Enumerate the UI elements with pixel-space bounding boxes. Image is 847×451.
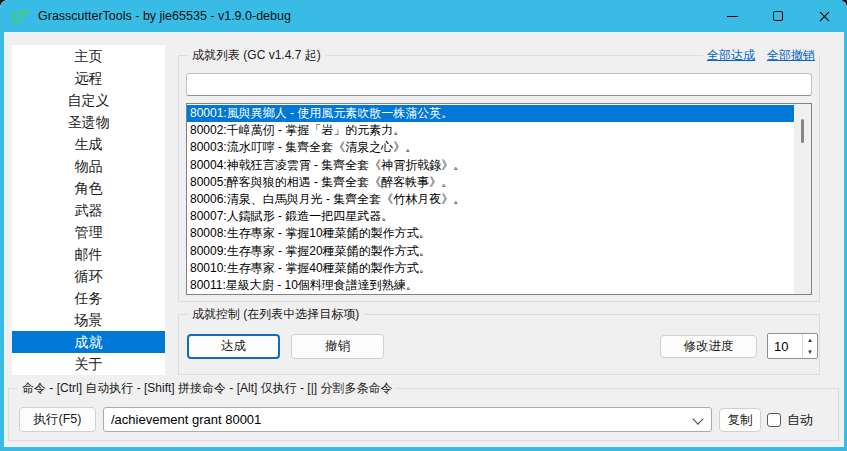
- sidebar-item-quests[interactable]: 任务: [12, 287, 165, 309]
- window-controls: [709, 0, 847, 32]
- achievement-row[interactable]: 80005:醉客與狼的相遇 - 集齊全套《醉客軼事》。: [187, 174, 794, 191]
- titlebar: GrasscutterTools - by jie65535 - v1.9.0-…: [0, 0, 847, 32]
- sidebar-item-remote[interactable]: 远程: [12, 67, 165, 89]
- spinner-arrows: ▲ ▼: [802, 334, 817, 358]
- maximize-icon: [773, 11, 783, 21]
- set-progress-button[interactable]: 修改进度: [660, 335, 757, 358]
- run-command-button[interactable]: 执行(F5): [19, 407, 96, 432]
- command-input[interactable]: [104, 408, 685, 431]
- complete-all-link[interactable]: 全部达成: [707, 47, 755, 63]
- command-group-title: 命令 - [Ctrl] 自动执行 - [Shift] 拼接命令 - [Alt] …: [17, 380, 397, 396]
- auto-checkbox[interactable]: [767, 413, 781, 427]
- sidebar-item-about[interactable]: 关于: [12, 353, 165, 375]
- revoke-all-link[interactable]: 全部撤销: [767, 47, 815, 63]
- minimize-icon: [727, 16, 738, 17]
- achievement-search-input[interactable]: [186, 73, 812, 96]
- sidebar-item-avatars[interactable]: 角色: [12, 177, 165, 199]
- sidebar-item-custom[interactable]: 自定义: [12, 89, 165, 111]
- achievement-row[interactable]: 80011:星級大廚 - 10個料理食譜達到熟練。: [187, 277, 794, 294]
- close-icon: [818, 10, 831, 23]
- app-icon: [10, 7, 30, 25]
- progress-spinner: ▲ ▼: [767, 333, 818, 359]
- sidebar-item-weapons[interactable]: 武器: [12, 199, 165, 221]
- achievement-list-group-title: 成就列表 (GC v1.4.7 起): [187, 47, 326, 63]
- achievement-row[interactable]: 80006:清泉、白馬與月光 - 集齊全套《竹林月夜》。: [187, 191, 794, 208]
- achievement-row[interactable]: 80010:生存專家 - 掌握40種菜餚的製作方式。: [187, 260, 794, 277]
- achievement-row[interactable]: 80008:生存專家 - 掌握10種菜餚的製作方式。: [187, 225, 794, 242]
- achievement-row[interactable]: 80001:風與異鄉人 - 使用風元素吹散一株蒲公英。: [187, 105, 794, 122]
- achieve-button[interactable]: 达成: [187, 334, 280, 359]
- sidebar-item-management[interactable]: 管理: [12, 221, 165, 243]
- achievement-rows: 80001:風與異鄉人 - 使用風元素吹散一株蒲公英。 80002:千嶂萬仞 -…: [187, 105, 794, 294]
- achievement-list-links: 全部达成 全部撤销: [703, 47, 819, 63]
- auto-checkbox-label: 自动: [787, 411, 813, 429]
- achievement-list-groupbox: 成就列表 (GC v1.4.7 起) 全部达成 全部撤销 80001:風與異鄉人…: [178, 55, 820, 302]
- app-window: GrasscutterTools - by jie65535 - v1.9.0-…: [0, 0, 847, 451]
- sidebar-item-home[interactable]: 主页: [12, 45, 165, 67]
- achievement-control-groupbox: 成就控制 (在列表中选择目标项) 达成 撤销 修改进度 ▲ ▼: [178, 314, 820, 375]
- copy-button[interactable]: 复制: [719, 408, 761, 432]
- close-button[interactable]: [801, 0, 847, 32]
- achievement-row[interactable]: 80007:人鑄賦形 - 鍛造一把四星武器。: [187, 208, 794, 225]
- scrollbar-thumb[interactable]: [801, 119, 804, 143]
- achievement-listbox: 80001:風與異鄉人 - 使用風元素吹散一株蒲公英。 80002:千嶂萬仞 -…: [186, 103, 812, 295]
- sidebar-item-spawn[interactable]: 生成: [12, 133, 165, 155]
- sidebar-nav: 主页 远程 自定义 圣遗物 生成 物品 角色 武器 管理 邮件 循环 任务 场景…: [12, 45, 165, 375]
- window-border-left: [0, 32, 4, 451]
- achievement-row[interactable]: 80003:流水叮嚀 - 集齊全套《清泉之心》。: [187, 139, 794, 156]
- achievement-control-group-title: 成就控制 (在列表中选择目标项): [187, 306, 364, 322]
- sidebar-item-mail[interactable]: 邮件: [12, 243, 165, 265]
- minimize-button[interactable]: [709, 0, 755, 32]
- revoke-button[interactable]: 撤销: [291, 334, 384, 359]
- command-combobox: [103, 407, 712, 432]
- achievement-row[interactable]: 80004:神戟狂言凌雲霄 - 集齊全套《神霄折戟錄》。: [187, 157, 794, 174]
- sidebar-item-loop[interactable]: 循环: [12, 265, 165, 287]
- progress-value-input[interactable]: [768, 334, 798, 358]
- chevron-down-icon[interactable]: [692, 413, 703, 424]
- achievement-row[interactable]: 80002:千嶂萬仞 - 掌握「岩」的元素力。: [187, 122, 794, 139]
- spinner-down-icon[interactable]: ▼: [803, 346, 817, 358]
- window-title: GrasscutterTools - by jie65535 - v1.9.0-…: [38, 9, 291, 23]
- spinner-up-icon[interactable]: ▲: [803, 334, 817, 346]
- list-scrollbar[interactable]: [794, 104, 811, 294]
- sidebar-item-achievements[interactable]: 成就: [12, 331, 165, 353]
- maximize-button[interactable]: [755, 0, 801, 32]
- achievement-row[interactable]: 80009:生存專家 - 掌握20種菜餚的製作方式。: [187, 243, 794, 260]
- sidebar-item-scenes[interactable]: 场景: [12, 309, 165, 331]
- window-border-bottom: [0, 447, 847, 451]
- sidebar-item-items[interactable]: 物品: [12, 155, 165, 177]
- command-groupbox: 命令 - [Ctrl] 自动执行 - [Shift] 拼接命令 - [Alt] …: [8, 388, 839, 441]
- sidebar-item-artifacts[interactable]: 圣遗物: [12, 111, 165, 133]
